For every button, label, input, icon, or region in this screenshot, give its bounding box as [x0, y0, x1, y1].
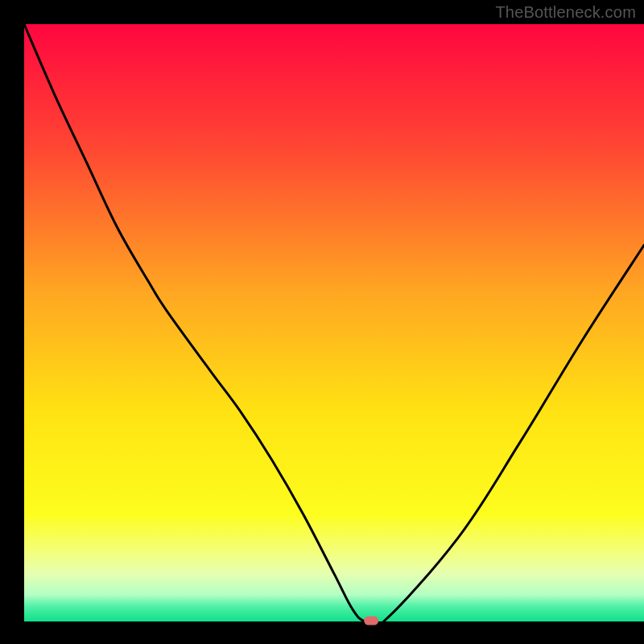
watermark-text: TheBottleneck.com: [495, 3, 636, 22]
plot-area: [24, 24, 644, 621]
optimal-point-marker: [364, 617, 378, 625]
chart-svg: [0, 0, 644, 644]
chart-container: TheBottleneck.com: [0, 0, 644, 644]
